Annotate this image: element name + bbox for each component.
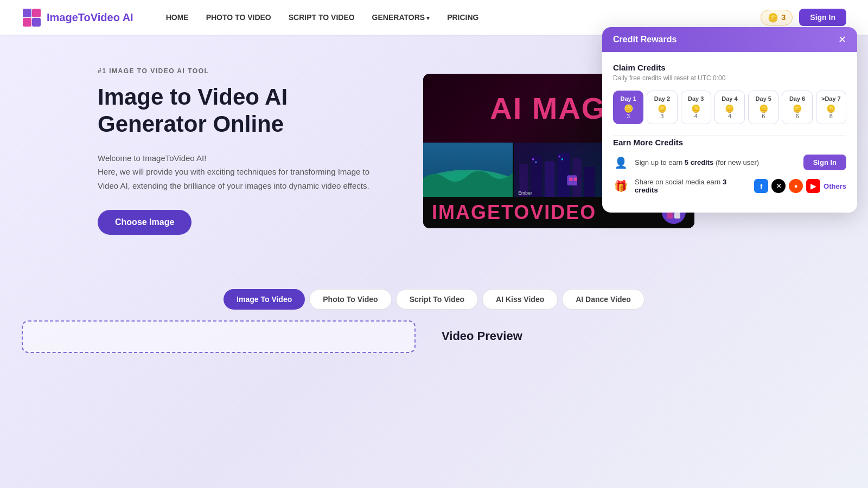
day-6-credits: 6 (784, 113, 809, 119)
svg-rect-20 (570, 178, 573, 181)
nav-right: 🪙 3 Sign In (761, 9, 846, 26)
tab-image-to-video[interactable]: Image To Video (224, 289, 305, 310)
banner-mid-ocean (423, 143, 513, 197)
svg-rect-2 (32, 9, 41, 17)
credit-rewards-popup: Credit Rewards ✕ Claim Credits Daily fre… (602, 27, 857, 213)
earn-share-text: Share on social media earn 3 credits (635, 178, 748, 194)
svg-rect-13 (584, 167, 595, 197)
svg-rect-3 (32, 18, 41, 27)
day-card-4[interactable]: Day 4 🪙 4 (714, 91, 745, 124)
coin-icon: 🪙 (768, 12, 778, 23)
day-card-3[interactable]: Day 3 🪙 4 (681, 91, 711, 124)
signup-credits: 5 credits (685, 158, 713, 166)
earn-signup-text: Sign up to earn 5 credits (for new user) (635, 158, 797, 166)
tab-ai-kiss-video[interactable]: AI Kiss Video (482, 289, 558, 310)
day-2-label: Day 2 (649, 95, 674, 102)
svg-rect-16 (559, 156, 560, 157)
banner-bottom-text: IMAGETOVIDEO (432, 201, 596, 224)
tabs-section: Image To Video Photo To Video Script To … (0, 278, 868, 320)
svg-rect-0 (23, 9, 31, 17)
svg-rect-17 (561, 158, 563, 160)
day-card-5[interactable]: Day 5 🪙 6 (748, 91, 778, 124)
svg-rect-1 (23, 18, 31, 27)
svg-rect-23 (574, 182, 577, 185)
svg-rect-37 (667, 213, 673, 219)
upload-area[interactable] (22, 320, 416, 353)
svg-text:Ember: Ember (519, 191, 533, 196)
day-6-coin: 🪙 (784, 104, 809, 113)
claim-credits-subtitle: Daily free credits will reset at UTC 0:0… (613, 74, 846, 82)
svg-rect-39 (674, 213, 680, 219)
day-card-2[interactable]: Day 2 🪙 3 (647, 91, 677, 124)
popup-header-title: Credit Rewards (613, 35, 676, 44)
hero-tag: #1 IMAGE TO VIDEO AI TOOL (98, 67, 391, 75)
day-5-coin: 🪙 (751, 104, 776, 113)
tab-ai-dance-video[interactable]: AI Dance Video (562, 289, 644, 310)
logo-text: ImageToVideo AI (47, 11, 133, 24)
share-text-prefix: Share on social media earn (635, 178, 723, 186)
day-6-label: Day 6 (784, 95, 809, 102)
logo[interactable]: ImageToVideo AI (22, 8, 133, 27)
day-2-credits: 3 (649, 113, 674, 119)
day-4-coin: 🪙 (717, 104, 742, 113)
day-7-label: >Day 7 (819, 95, 844, 102)
video-preview-title: Video Preview (442, 329, 833, 343)
nav-home[interactable]: HOME (166, 13, 189, 22)
day-1-credits: 3 (616, 113, 641, 119)
day-3-credits: 4 (684, 113, 709, 119)
day-card-6[interactable]: Day 6 🪙 6 (782, 91, 812, 124)
youtube-icon[interactable]: ▶ (806, 179, 820, 193)
claim-credits-title: Claim Credits (613, 63, 846, 72)
signup-text-prefix: Sign up to earn (635, 158, 685, 166)
hero-desc-line2: Here, we will provide you with exciting … (98, 167, 369, 190)
hero-left: #1 IMAGE TO VIDEO AI TOOL Image to Video… (98, 67, 391, 235)
day-5-credits: 6 (751, 113, 776, 119)
day-card-1[interactable]: Day 1 🪙 3 (613, 91, 643, 124)
day-3-label: Day 3 (684, 95, 709, 102)
nav-script-to-video[interactable]: SCRIPT TO VIDEO (289, 13, 355, 22)
svg-rect-21 (574, 178, 577, 181)
x-twitter-icon[interactable]: ✕ (771, 179, 786, 193)
popup-body: Claim Credits Daily free credits will re… (602, 52, 857, 213)
nav-sign-in-button[interactable]: Sign In (799, 9, 846, 26)
credits-count: 3 (782, 13, 786, 22)
day-3-coin: 🪙 (684, 104, 709, 113)
reddit-icon[interactable]: ● (789, 179, 803, 193)
banner-mid-cyber: Ember (514, 143, 603, 197)
day-7-coin: 🪙 (819, 104, 844, 113)
signup-text-suffix: (for new user) (713, 158, 759, 166)
user-icon: 👤 (613, 156, 628, 169)
earn-signup-row: 👤 Sign up to earn 5 credits (for new use… (613, 155, 846, 170)
logo-icon (22, 8, 41, 27)
gift-icon: 🎁 (613, 179, 628, 192)
hero-description: Welcome to ImageToVideo AI! Here, we wil… (98, 151, 391, 193)
svg-rect-10 (545, 162, 555, 197)
nav-pricing[interactable]: PRICING (447, 13, 478, 22)
days-grid: Day 1 🪙 3 Day 2 🪙 3 Day 3 🪙 4 Day 4 🪙 4 (613, 91, 846, 124)
choose-image-button[interactable]: Choose Image (98, 210, 192, 235)
nav-generators[interactable]: GENERATORS (372, 13, 430, 22)
nav-photo-to-video[interactable]: PHOTO TO VIDEO (206, 13, 271, 22)
facebook-icon[interactable]: f (754, 179, 768, 193)
hero-title: Image to Video AI Generator Online (98, 84, 391, 138)
earn-share-row: 🎁 Share on social media earn 3 credits f… (613, 178, 846, 194)
svg-rect-22 (570, 182, 573, 185)
svg-rect-15 (535, 162, 537, 163)
video-preview-section: Video Preview (429, 320, 846, 353)
day-4-credits: 4 (717, 113, 742, 119)
bottom-section: Video Preview (22, 320, 846, 353)
svg-rect-11 (558, 153, 570, 197)
others-link[interactable]: Others (824, 182, 846, 190)
day-5-label: Day 5 (751, 95, 776, 102)
social-icons: f ✕ ● ▶ Others (754, 179, 846, 193)
earn-more-title: Earn More Credits (613, 135, 846, 147)
day-4-label: Day 4 (717, 95, 742, 102)
svg-rect-14 (532, 158, 534, 160)
popup-close-button[interactable]: ✕ (838, 35, 846, 44)
popup-signin-button[interactable]: Sign In (803, 155, 846, 170)
day-card-7[interactable]: >Day 7 🪙 8 (816, 91, 846, 124)
hero-desc-line1: Welcome to ImageToVideo AI! (98, 153, 206, 163)
tab-script-to-video[interactable]: Script To Video (396, 289, 478, 310)
credits-badge[interactable]: 🪙 3 (761, 10, 793, 25)
tab-photo-to-video[interactable]: Photo To Video (309, 289, 391, 310)
